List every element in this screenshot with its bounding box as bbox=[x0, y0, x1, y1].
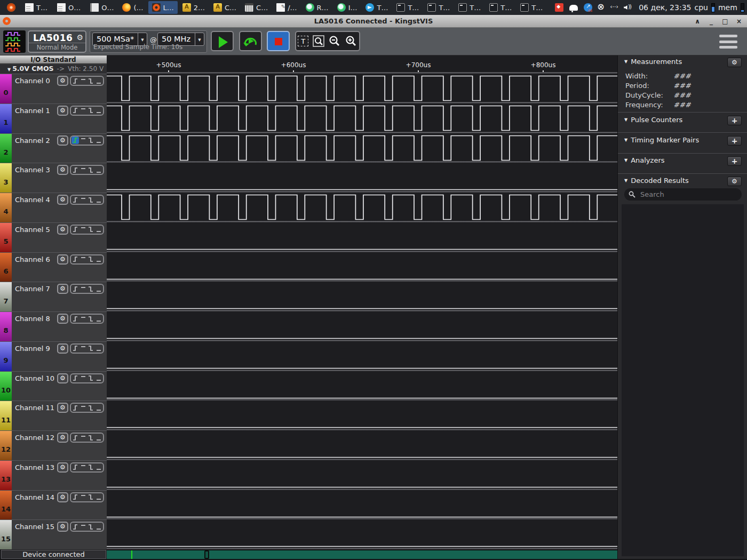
rising-edge-trigger-icon[interactable] bbox=[71, 463, 79, 471]
channel-color-strip[interactable]: 9 bbox=[0, 342, 12, 371]
rising-edge-trigger-icon[interactable] bbox=[71, 226, 79, 233]
collapse-triangle-icon[interactable]: ▼ bbox=[624, 59, 627, 64]
analyzers-add-button[interactable] bbox=[727, 156, 742, 166]
waveform-row[interactable] bbox=[107, 222, 617, 252]
falling-edge-trigger-icon[interactable] bbox=[87, 137, 94, 144]
low-level-trigger-icon[interactable] bbox=[95, 315, 102, 323]
channel-color-strip[interactable]: 0 bbox=[0, 74, 12, 103]
stop-capture-button[interactable] bbox=[267, 31, 290, 51]
channel-settings-gear-icon[interactable] bbox=[57, 433, 68, 443]
channel-label[interactable]: Channel 8 bbox=[15, 315, 50, 323]
channel-color-strip[interactable]: 5 bbox=[0, 223, 12, 252]
channel-settings-gear-icon[interactable] bbox=[57, 135, 68, 146]
channel-settings-gear-icon[interactable] bbox=[57, 76, 68, 86]
waveform-row[interactable] bbox=[107, 193, 617, 222]
window-titlebar[interactable]: LA5016 Connected - KingstVIS ∧_□× bbox=[0, 15, 747, 28]
taskbar-item[interactable]: T… bbox=[424, 1, 454, 14]
channel-row[interactable]: 7Channel 7 bbox=[0, 282, 107, 311]
channel-settings-gear-icon[interactable] bbox=[57, 225, 68, 235]
channel-color-strip[interactable]: 1 bbox=[0, 104, 12, 133]
high-level-trigger-icon[interactable] bbox=[80, 493, 87, 501]
channel-color-strip[interactable]: 4 bbox=[0, 193, 12, 222]
zoom-out-icon[interactable] bbox=[328, 35, 341, 47]
channel-color-strip[interactable]: 7 bbox=[0, 282, 12, 311]
channel-row[interactable]: 4Channel 4 bbox=[0, 193, 107, 222]
channel-row[interactable]: 9Channel 9 bbox=[0, 341, 107, 371]
high-level-trigger-icon[interactable] bbox=[80, 345, 87, 352]
channel-settings-gear-icon[interactable] bbox=[57, 195, 68, 205]
rising-edge-trigger-icon[interactable] bbox=[71, 137, 79, 144]
waveform-row[interactable] bbox=[107, 460, 617, 490]
channel-label[interactable]: Channel 0 bbox=[15, 77, 50, 85]
channel-label[interactable]: Channel 12 bbox=[15, 434, 54, 442]
device-mode[interactable]: Normal Mode bbox=[29, 43, 85, 51]
pulse-counters-add-button[interactable] bbox=[727, 116, 742, 125]
channel-row[interactable]: 15Channel 15 bbox=[0, 519, 107, 549]
falling-edge-trigger-icon[interactable] bbox=[87, 77, 94, 85]
taskbar-item[interactable]: C… bbox=[210, 1, 240, 14]
waveform-row[interactable] bbox=[107, 430, 617, 460]
io-standard-selector[interactable]: ▼5.0V CMOS->Vth: 2.50 V bbox=[0, 65, 107, 74]
waveform-row[interactable] bbox=[107, 103, 617, 133]
waveform-row[interactable] bbox=[107, 252, 617, 282]
high-level-trigger-icon[interactable] bbox=[80, 523, 87, 531]
channel-settings-gear-icon[interactable] bbox=[57, 254, 68, 265]
high-level-trigger-icon[interactable] bbox=[80, 374, 87, 382]
channel-label[interactable]: Channel 13 bbox=[15, 463, 54, 471]
timing-marker-pairs-add-button[interactable] bbox=[727, 136, 742, 146]
channel-label[interactable]: Channel 7 bbox=[15, 285, 50, 293]
low-level-trigger-icon[interactable] bbox=[95, 77, 102, 85]
channel-label[interactable]: Channel 11 bbox=[15, 404, 54, 412]
channel-label[interactable]: Channel 9 bbox=[15, 345, 50, 353]
collapse-triangle-icon[interactable]: ▼ bbox=[624, 138, 627, 142]
channel-settings-gear-icon[interactable] bbox=[57, 284, 68, 294]
taskbar-item[interactable]: (… bbox=[118, 1, 147, 14]
low-level-trigger-icon[interactable] bbox=[95, 523, 102, 531]
high-level-trigger-icon[interactable] bbox=[80, 107, 87, 114]
falling-edge-trigger-icon[interactable] bbox=[87, 226, 94, 233]
taskbar-item[interactable]: /… bbox=[273, 1, 300, 14]
falling-edge-trigger-icon[interactable] bbox=[87, 285, 94, 293]
zoom-selection-icon[interactable] bbox=[312, 35, 325, 47]
channel-color-strip[interactable]: 10 bbox=[0, 372, 12, 401]
low-level-trigger-icon[interactable] bbox=[95, 166, 102, 174]
clock[interactable]: 06 дек, 23:35 bbox=[639, 3, 691, 12]
channel-row[interactable]: 14Channel 14 bbox=[0, 490, 107, 520]
waveform-row[interactable] bbox=[107, 133, 617, 163]
channel-settings-gear-icon[interactable] bbox=[57, 373, 68, 383]
high-level-trigger-icon[interactable] bbox=[80, 196, 87, 204]
low-level-trigger-icon[interactable] bbox=[95, 434, 102, 442]
channel-settings-gear-icon[interactable] bbox=[57, 492, 68, 502]
waveform-row[interactable] bbox=[107, 74, 617, 103]
waveform-row[interactable] bbox=[107, 371, 617, 401]
decoded-results-settings-gear-icon[interactable] bbox=[727, 177, 742, 186]
channel-label[interactable]: Channel 5 bbox=[15, 226, 50, 234]
falling-edge-trigger-icon[interactable] bbox=[87, 374, 94, 382]
channel-label[interactable]: Channel 2 bbox=[15, 137, 50, 145]
channel-color-strip[interactable]: 3 bbox=[0, 163, 12, 193]
maximize-button[interactable]: □ bbox=[721, 18, 729, 25]
low-level-trigger-icon[interactable] bbox=[95, 404, 102, 412]
taskbar-item[interactable]: O… bbox=[85, 1, 117, 14]
waveform-row[interactable] bbox=[107, 341, 617, 371]
waveform-row[interactable] bbox=[107, 163, 617, 193]
rising-edge-trigger-icon[interactable] bbox=[71, 255, 79, 263]
falling-edge-trigger-icon[interactable] bbox=[87, 463, 94, 471]
falling-edge-trigger-icon[interactable] bbox=[87, 196, 94, 204]
low-level-trigger-icon[interactable] bbox=[95, 285, 102, 293]
rising-edge-trigger-icon[interactable] bbox=[71, 345, 79, 352]
waveform-row[interactable] bbox=[107, 282, 617, 311]
rising-edge-trigger-icon[interactable] bbox=[71, 196, 79, 204]
channel-row[interactable]: 13Channel 13 bbox=[0, 460, 107, 490]
taskbar-item[interactable]: C… bbox=[241, 1, 272, 14]
speed-icon[interactable] bbox=[584, 3, 592, 12]
measurements-settings-gear-icon[interactable] bbox=[727, 58, 742, 67]
taskbar-item[interactable] bbox=[3, 1, 19, 14]
rising-edge-trigger-icon[interactable] bbox=[71, 166, 79, 174]
taskbar-item[interactable]: T… bbox=[486, 1, 515, 14]
taskbar-item[interactable]: 2… bbox=[179, 1, 209, 14]
channel-settings-gear-icon[interactable] bbox=[57, 403, 68, 413]
low-level-trigger-icon[interactable] bbox=[95, 196, 102, 204]
link-icon[interactable] bbox=[610, 3, 619, 12]
channel-row[interactable]: 1Channel 1 bbox=[0, 103, 107, 133]
